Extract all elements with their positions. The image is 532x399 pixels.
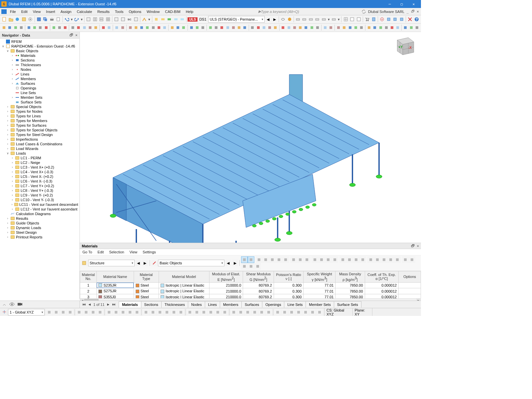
status-btn-12[interactable] xyxy=(134,309,140,316)
tb2-btn-51[interactable] xyxy=(315,24,320,31)
status-btn-4[interactable] xyxy=(76,309,82,316)
mat-tb-2[interactable] xyxy=(151,260,158,266)
tree-load-11[interactable]: ›LC12 - Vent sur l'auvent ascendant xyxy=(0,207,79,211)
tb2-btn-2[interactable] xyxy=(13,24,18,31)
tree-end-4[interactable]: ›Printout Reports xyxy=(0,235,79,239)
mat-tb-extra-2[interactable] xyxy=(256,256,262,263)
tb2-btn-53[interactable] xyxy=(328,24,333,31)
tb2-btn-26[interactable] xyxy=(162,24,167,31)
material-row[interactable]: 1S235JRSteelIsotropic | Linear Elastic21… xyxy=(80,282,421,288)
tree-group-1[interactable]: ›Types for Nodes xyxy=(0,109,79,114)
status-btn-14[interactable] xyxy=(150,309,156,316)
tree-load-9[interactable]: ›LC10 - Vent Y- (-0.3) xyxy=(0,198,79,202)
status-btn-13[interactable] xyxy=(143,309,149,316)
tb2-btn-59[interactable] xyxy=(366,24,372,31)
status-btn-32[interactable] xyxy=(281,309,288,316)
tb2-btn-49[interactable] xyxy=(303,24,309,31)
materials-menu-settings[interactable]: Settings xyxy=(143,250,156,254)
tree-end-1[interactable]: ›Guide Objects xyxy=(0,221,79,225)
window-vsplit-button[interactable] xyxy=(92,16,98,23)
gear-button[interactable] xyxy=(27,16,34,23)
tb2-btn-52[interactable] xyxy=(323,24,328,31)
status-btn-30[interactable] xyxy=(265,309,272,316)
tb2-btn-38[interactable] xyxy=(236,24,242,31)
tbl-button[interactable] xyxy=(342,16,349,23)
tb2-btn-30[interactable] xyxy=(189,24,194,31)
color-button[interactable] xyxy=(286,16,293,23)
tb2-btn-39[interactable] xyxy=(242,24,247,31)
open-file-button[interactable] xyxy=(8,16,14,23)
tb2-btn-8[interactable] xyxy=(51,24,56,31)
redo-dropdown[interactable]: ▾ xyxy=(80,16,83,23)
menu-insert[interactable]: Insert xyxy=(43,9,58,15)
mat-tb-extra-0[interactable] xyxy=(241,256,248,263)
tb2-btn-3[interactable] xyxy=(19,24,24,31)
status-btn-27[interactable] xyxy=(244,309,251,316)
status-btn-22[interactable] xyxy=(207,309,214,316)
view-cube[interactable]: +Y -X xyxy=(392,34,416,59)
status-btn-10[interactable] xyxy=(120,309,126,316)
status-btn-23[interactable] xyxy=(214,309,221,316)
tb2-btn-44[interactable] xyxy=(273,24,278,31)
btm-tab-member-sets[interactable]: Member Sets xyxy=(306,301,334,308)
tb2-btn-40[interactable] xyxy=(250,24,255,31)
tb2-btn-35[interactable] xyxy=(219,24,224,31)
status-btn-29[interactable] xyxy=(258,309,265,316)
tool-a-button[interactable] xyxy=(113,16,120,23)
close-button[interactable]: ✕ xyxy=(408,0,420,8)
menu-view[interactable]: View xyxy=(30,9,44,15)
tree-group-9[interactable]: ›Load Wizards xyxy=(0,146,79,151)
tb2-btn-64[interactable] xyxy=(395,24,400,31)
tb2-btn-0[interactable] xyxy=(1,24,7,31)
cart-button[interactable] xyxy=(364,16,370,23)
tree-end-3[interactable]: ›Steel Design xyxy=(0,230,79,235)
navigator-tree[interactable]: RFEM∨RAPIDHOME - Extension Ouest -14.rf6… xyxy=(0,39,79,299)
tree-end-0[interactable]: ›Results xyxy=(0,216,79,221)
mat-tb-extra-27[interactable] xyxy=(254,263,261,270)
grp3-button[interactable] xyxy=(308,16,314,23)
loadcomb-button[interactable] xyxy=(160,16,166,23)
tb2-btn-55[interactable] xyxy=(341,24,347,31)
cross-button[interactable] xyxy=(407,16,413,23)
target-button[interactable] xyxy=(379,16,385,23)
status-btn-37[interactable] xyxy=(316,309,323,316)
tb2-btn-21[interactable] xyxy=(133,24,139,31)
cube2-button[interactable] xyxy=(392,16,398,23)
tb2-btn-47[interactable] xyxy=(292,24,297,31)
tb2-btn-45[interactable] xyxy=(280,24,286,31)
btm-tab-sections[interactable]: Sections xyxy=(141,301,162,308)
tree-load-10[interactable]: ›LC11 - Vent sur l'auvent descendant xyxy=(0,202,79,207)
tree-load-3[interactable]: ›LC4 - Vent X+ (-0.3) xyxy=(0,170,79,174)
redo-button[interactable] xyxy=(73,16,80,23)
tb2-btn-5[interactable] xyxy=(32,24,37,31)
tool-sc-button[interactable]: SC xyxy=(126,16,133,23)
mat-tb-extra-6[interactable] xyxy=(282,256,289,263)
materials-table[interactable]: MaterialNo.Material NameMaterialTypeMate… xyxy=(80,271,421,298)
mat-tb-extra-22[interactable] xyxy=(394,256,401,263)
grp5-button[interactable] xyxy=(321,16,327,23)
tb2-btn-17[interactable] xyxy=(106,24,112,31)
tb2-btn-46[interactable] xyxy=(286,24,292,31)
mat-tb-extra-20[interactable] xyxy=(381,256,387,263)
tb2-btn-25[interactable] xyxy=(156,24,162,31)
menu-tools[interactable]: Tools xyxy=(112,9,126,15)
mat-tb-extra-25[interactable] xyxy=(241,263,248,270)
tb2-btn-61[interactable] xyxy=(378,24,383,31)
tb2-btn-28[interactable] xyxy=(175,24,181,31)
tb2-btn-54[interactable] xyxy=(336,24,341,31)
status-btn-25[interactable] xyxy=(230,309,237,316)
menu-help[interactable]: Help xyxy=(183,9,196,15)
tree-group-3[interactable]: ›Types for Members xyxy=(0,118,79,123)
lc-next[interactable]: ▶ xyxy=(271,16,278,23)
mat-tb-extra-13[interactable] xyxy=(332,256,338,263)
pager-prev[interactable]: ◀ xyxy=(87,302,92,307)
tree-load-7[interactable]: ›LC8 - Vent Y+ (-0.3) xyxy=(0,188,79,193)
grp2-button[interactable] xyxy=(301,16,308,23)
navigator-float-button[interactable]: 🗗 xyxy=(69,33,73,37)
status-btn-15[interactable] xyxy=(157,309,163,316)
materials-menu-view[interactable]: View xyxy=(129,250,137,254)
tb2-btn-1[interactable] xyxy=(7,24,12,31)
tb2-btn-36[interactable] xyxy=(225,24,230,31)
menu-cadbim[interactable]: CAD-BIM xyxy=(162,9,183,15)
status-btn-17[interactable] xyxy=(171,309,177,316)
